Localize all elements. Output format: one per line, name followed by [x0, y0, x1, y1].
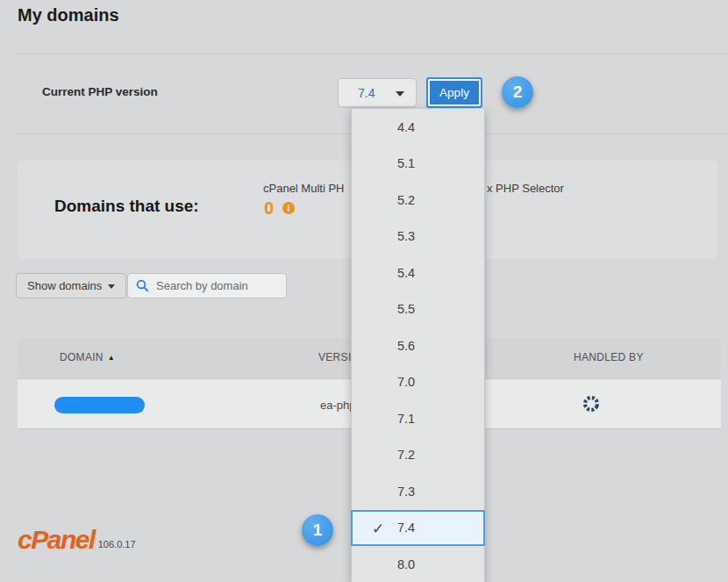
php-version-option[interactable]: 7.1 — [352, 400, 484, 437]
php-selector-label: x PHP Selector — [487, 182, 564, 195]
cpanel-logo: cPanel — [18, 525, 95, 555]
info-icon[interactable]: i — [282, 202, 295, 214]
current-php-version-label: Current PHP version — [42, 85, 158, 98]
php-version-option[interactable]: 4.4 — [352, 109, 484, 146]
page-title: My domains — [18, 5, 119, 25]
chevron-down-icon — [396, 91, 404, 97]
sort-ascending-icon: ▲ — [108, 354, 115, 362]
redacted-domain-link[interactable] — [54, 397, 145, 413]
php-version-option[interactable]: 7.3 — [352, 473, 484, 510]
check-icon: ✓ — [372, 520, 384, 538]
php-version-option[interactable]: 5.5 — [352, 291, 484, 328]
php-version-option[interactable]: 7.0 — [352, 364, 484, 401]
annotation-step-1-badge: 1 — [302, 514, 333, 546]
cpanel-footer-logo: cPanel 106.0.17 — [18, 525, 136, 555]
domain-search-box[interactable] — [127, 273, 287, 298]
php-version-option[interactable]: 5.4 — [352, 255, 484, 291]
my-domains-page: My domains Current PHP version 7.4 Apply… — [0, 0, 728, 582]
domains-that-use-title: Domains that use: — [54, 197, 199, 216]
show-domains-label: Show domains — [27, 279, 102, 292]
column-header-domain[interactable]: DOMAIN▲ — [60, 351, 115, 363]
php-version-option[interactable]: 5.3 — [352, 219, 484, 255]
search-input[interactable] — [154, 278, 272, 293]
show-domains-dropdown-button[interactable]: Show domains — [16, 273, 126, 298]
php-version-option[interactable]: 8.0 — [352, 546, 484, 582]
search-icon — [136, 279, 149, 292]
php-version-option[interactable]: 7.2 — [352, 437, 484, 474]
php-version-option[interactable]: 5.2 — [352, 182, 484, 219]
php-version-option[interactable]: 5.1 — [352, 146, 484, 183]
php-version-option[interactable]: 5.6 — [352, 327, 484, 364]
cpanel-version-text: 106.0.17 — [98, 539, 136, 550]
chevron-down-icon — [108, 284, 115, 289]
cpanel-swirl-icon — [582, 394, 601, 413]
multi-php-manager-count: 0 — [264, 198, 274, 219]
divider — [18, 54, 728, 54]
multi-php-manager-label: cPanel Multi PH — [263, 182, 344, 195]
column-header-handled-by: HANDLED BY — [574, 351, 644, 363]
php-version-select[interactable]: 7.4 — [338, 78, 417, 107]
php-version-select-value: 7.4 — [358, 86, 375, 100]
annotation-step-2-badge: 2 — [502, 76, 533, 108]
php-version-dropdown-menu: 4.4 5.1 5.2 5.3 5.4 5.5 5.6 7.0 7.1 7.2 … — [351, 108, 485, 582]
php-version-option-selected[interactable]: ✓ 7.4 — [351, 510, 485, 547]
apply-button[interactable]: Apply — [426, 77, 482, 108]
